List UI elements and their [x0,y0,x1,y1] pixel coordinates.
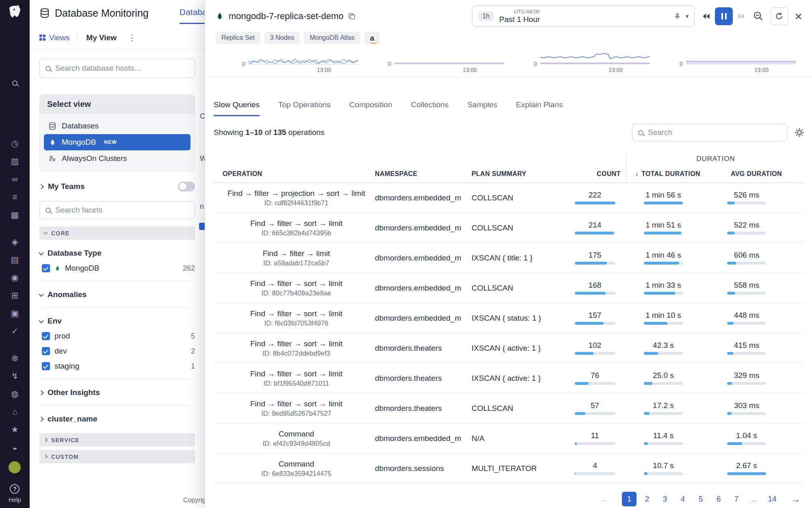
tag-replica-set[interactable]: Replica Set [216,32,260,44]
support-chat-icon[interactable]: ◒ [9,441,21,454]
skip-back-icon[interactable] [701,11,711,21]
watchdog-icon[interactable]: ◷ [9,137,21,150]
table-row[interactable]: Command ID: 6e833e3594214475 dbmorders.s… [214,454,804,484]
table-row[interactable]: Find → filter → limit ID: a59adab172ca5b… [214,243,804,273]
tab-collections[interactable]: Collections [411,100,448,116]
section-service[interactable]: SERVICE [39,433,195,447]
host-metric-sparkline[interactable]: 0 13:00 [531,47,653,76]
assistant-icon[interactable]: ★ [9,423,21,436]
table-row[interactable]: Find → filter → sort → limit ID: f6c03fd… [214,303,804,333]
tab-composition[interactable]: Composition [349,100,392,116]
tab-explain-plans[interactable]: Explain Plans [516,100,563,116]
close-panel-icon[interactable]: × [795,10,802,23]
host-metric-sparkline[interactable]: 0 13:00 [240,47,362,76]
user-avatar[interactable] [9,461,21,473]
error-tracking-icon[interactable]: ⊗ [9,352,21,364]
view-item-mongodb[interactable]: MongoDB NEW [44,134,191,150]
logs-icon[interactable]: ▤ [9,254,21,266]
integrations-icon[interactable]: ⊞ [9,289,21,302]
table-settings-gear-icon[interactable] [795,128,804,137]
pin-icon[interactable] [674,13,681,20]
table-row[interactable]: Find → filter → sort → limit ID: 665c382… [214,213,804,243]
page-number[interactable]: 4 [676,492,690,506]
avg-duration-bar [727,202,766,204]
facet-row-mongodb[interactable]: MongoDB 262 [42,264,195,273]
org-icon[interactable]: ⌂ [9,406,21,418]
section-custom[interactable]: CUSTOM [39,450,195,463]
views-menu[interactable]: Views [39,33,69,42]
table-row[interactable]: Find → filter → sort → limit ID: bf1f955… [214,363,804,393]
compliance-icon[interactable]: ✓ [9,325,21,337]
search-facets-input[interactable] [55,206,189,215]
infrastructure-icon[interactable]: ◈ [9,236,21,248]
search-database-hosts[interactable] [39,59,195,78]
tab-slow-queries[interactable]: Slow Queries [214,100,260,116]
time-range-chip[interactable]: 1h [478,11,494,21]
containers-icon[interactable]: ▦ [9,209,21,221]
table-row[interactable]: Find → filter → sort → limit ID: 8b4c072… [214,333,804,363]
more-options-icon[interactable]: ⋮ [128,33,136,43]
copy-icon[interactable] [348,13,355,20]
table-search[interactable] [632,124,787,141]
zoom-out-icon[interactable] [753,11,764,22]
tab-top-operations[interactable]: Top Operations [278,100,331,116]
security-icon[interactable]: ▣ [9,307,21,319]
refresh-button[interactable] [770,7,788,25]
skip-forward-icon[interactable] [737,11,747,21]
bots-icon[interactable]: ◍ [9,388,21,400]
notebooks-icon[interactable]: ≡ [9,191,21,203]
chevron-down-icon[interactable]: ▾ [686,13,689,20]
page-number[interactable]: 1 [622,492,637,506]
page-number[interactable]: 5 [693,492,708,506]
amazon-tag[interactable]: a [364,32,380,44]
network-icon[interactable]: ◉ [9,271,21,284]
facet-row-prod[interactable]: prod 5 [42,332,195,341]
checkbox-checked[interactable] [42,347,50,355]
pause-button[interactable] [715,7,733,25]
tab-samples[interactable]: Samples [467,100,497,116]
column-total-duration[interactable]: ↓TOTAL DURATION [626,165,711,182]
table-row[interactable]: Find → filter → sort → limit ID: 80c77b4… [214,273,804,303]
facet-row-staging[interactable]: staging 1 [42,362,195,371]
table-search-input[interactable] [648,128,781,137]
view-item-databases[interactable]: Databases [44,118,191,134]
column-namespace[interactable]: NAMESPACE [370,165,468,182]
page-number[interactable]: 3 [658,492,672,506]
search-database-hosts-input[interactable] [55,64,189,73]
next-page-icon[interactable]: → [787,494,804,505]
page-number[interactable]: 14 [765,492,780,506]
search-facets[interactable] [39,201,195,219]
tab-databases[interactable]: Databases [180,7,205,24]
help-button[interactable]: ? Help [9,484,21,503]
host-metric-sparkline[interactable]: 0 13:00 [677,47,799,76]
tag-mongodb-atlas[interactable]: MongoDB Atlas [304,32,360,44]
table-row[interactable]: Command ID: ef42c9349d4805cd dbmorders.e… [214,423,804,454]
section-core[interactable]: CORE [39,226,195,240]
column-avg-duration[interactable]: AVG DURATION [711,165,805,182]
column-operation[interactable]: OPERATION [214,165,370,182]
column-count[interactable]: COUNT [569,165,626,182]
metrics-icon[interactable]: ▥ [9,155,21,167]
datadog-logo-icon[interactable] [7,4,23,19]
page-number[interactable]: 6 [711,492,726,506]
table-row[interactable]: Find → filter → sort → limit ID: 9ed95d5… [214,393,804,423]
checkbox-checked[interactable] [42,332,50,340]
page-number[interactable]: 2 [640,492,654,506]
my-teams-toggle[interactable] [178,182,195,191]
host-metric-sparkline[interactable]: 0 13:00 [385,47,507,76]
page-number[interactable]: ... [747,492,762,506]
page-number[interactable]: 7 [729,492,744,506]
column-plan-summary[interactable]: PLAN SUMMARY [468,165,569,182]
tab-my-view[interactable]: My View [86,33,117,42]
tag-3-nodes[interactable]: 3 Nodes [264,32,300,44]
checkbox-checked[interactable] [42,362,50,370]
apm-icon[interactable]: ∞ [9,173,21,185]
my-teams-section[interactable]: My Teams [39,182,195,191]
facet-row-dev[interactable]: dev 2 [42,347,195,356]
table-row[interactable]: Find → filter → projection → sort → limi… [214,183,804,213]
checkbox-checked[interactable] [42,264,50,272]
time-range-picker[interactable]: 1h UTC-04:00 Past 1 Hour ▾ [472,6,695,27]
events-icon[interactable]: ↯ [9,370,21,382]
global-search-icon[interactable] [12,80,17,87]
view-item-alwayson-clusters[interactable]: AlwaysOn Clusters [44,150,191,167]
